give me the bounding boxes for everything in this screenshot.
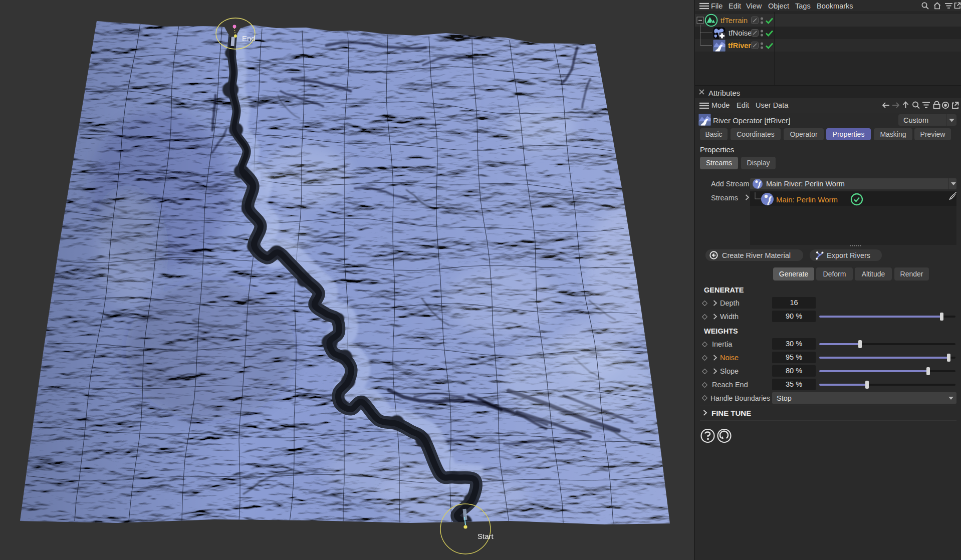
svg-text:Start: Start [477,532,494,540]
svg-text:End: End [242,34,256,43]
